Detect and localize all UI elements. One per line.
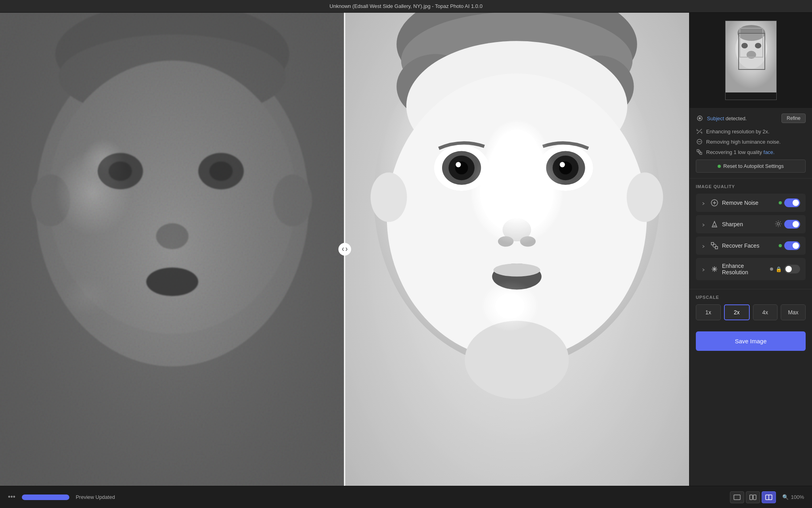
after-photo — [345, 13, 689, 486]
svg-rect-13 — [0, 13, 345, 486]
upscale-buttons: 1x 2x 4x Max — [696, 304, 806, 320]
svg-point-26 — [455, 162, 468, 175]
bottom-bar: ••• Preview Updated 🔍 100% — [0, 486, 812, 508]
sharpen-status — [775, 220, 800, 229]
zoom-label: 100% — [791, 494, 804, 500]
expand-enhance-res[interactable] — [701, 266, 707, 272]
enhance-res-toggle[interactable] — [784, 265, 800, 273]
save-section: Save Image — [689, 326, 812, 356]
recover-faces-label: Recover Faces — [722, 242, 776, 249]
svg-point-59 — [713, 244, 716, 247]
status-row-faces: Recovering 1 low quality face. — [696, 148, 806, 156]
expand-recover-faces[interactable] — [701, 243, 707, 248]
noise-tool-icon — [710, 199, 718, 207]
recover-faces-status — [779, 241, 800, 250]
svg-point-50 — [699, 117, 701, 119]
expand-remove-noise[interactable] — [701, 200, 707, 206]
sharpen-tool-icon — [710, 220, 718, 228]
remove-noise-status — [779, 198, 800, 207]
progress-bar-container — [22, 495, 69, 500]
svg-point-28 — [538, 145, 593, 191]
progress-bar — [22, 495, 69, 500]
canvas-area — [0, 13, 689, 486]
recover-faces-icon — [710, 241, 719, 250]
tool-row-remove-noise: Remove Noise — [696, 194, 806, 212]
arrows-icon — [696, 128, 703, 135]
enhance-icon — [696, 128, 703, 135]
svg-point-2 — [55, 13, 289, 106]
divider-handle[interactable] — [338, 243, 351, 256]
svg-rect-15 — [345, 13, 689, 486]
svg-point-18 — [401, 13, 633, 109]
svg-point-27 — [456, 162, 461, 167]
svg-point-8 — [209, 162, 233, 181]
remove-noise-toggle[interactable] — [784, 198, 800, 207]
svg-point-16 — [374, 28, 660, 367]
svg-point-35 — [520, 236, 536, 246]
titlebar-title: Unknown (Edsall West Side Gallery, NY).j… — [329, 3, 483, 9]
enhance-res-status: 🔒 — [770, 265, 800, 273]
sidebar: Subject detected. Refine Enhancing resol… — [689, 13, 812, 486]
svg-point-20 — [562, 55, 634, 117]
noise-icon — [696, 138, 703, 145]
sharpen-toggle[interactable] — [784, 220, 800, 229]
svg-point-3 — [59, 35, 286, 119]
upscale-section: UPSCALE 1x 2x 4x Max — [689, 289, 812, 326]
split-view — [0, 13, 689, 486]
enhance-text: Enhancing resolution by 2x. — [706, 129, 770, 135]
svg-point-11 — [31, 174, 70, 226]
svg-point-43 — [735, 29, 767, 69]
tool-row-sharpen: Sharpen — [696, 215, 806, 233]
status-row-noise: Removing high luminance noise. — [696, 138, 806, 145]
sharpen-settings-icon[interactable] — [775, 220, 782, 229]
circle-slash-icon — [696, 139, 703, 145]
svg-point-1 — [36, 41, 309, 366]
status-row-enhance: Enhancing resolution by 2x. — [696, 128, 806, 135]
detection-label: Subject detected. — [707, 115, 747, 121]
split-view-button[interactable] — [762, 491, 776, 503]
svg-point-24 — [442, 151, 481, 185]
face-link[interactable]: face. — [764, 149, 775, 155]
recover-faces-toggle[interactable] — [784, 241, 800, 250]
chevron-right-faces-icon — [701, 244, 705, 248]
save-image-button[interactable]: Save Image — [696, 331, 806, 351]
before-photo — [0, 13, 345, 486]
sharpen-label: Sharpen — [722, 221, 772, 227]
refine-button[interactable]: Refine — [781, 114, 806, 123]
svg-point-7 — [109, 162, 132, 181]
thumbnail-svg — [726, 21, 777, 100]
compare-view-button[interactable] — [746, 491, 760, 503]
split-divider[interactable] — [344, 13, 345, 486]
enhance-res-icon — [710, 265, 719, 273]
expand-sharpen[interactable] — [701, 221, 707, 227]
detection-panel: Subject detected. Refine Enhancing resol… — [689, 108, 812, 179]
tool-row-recover-faces: Recover Faces — [696, 237, 806, 255]
svg-point-19 — [396, 54, 475, 119]
image-quality-section: IMAGE QUALITY Remove Noise — [689, 179, 812, 289]
upscale-max-button[interactable]: Max — [781, 304, 806, 320]
svg-point-12 — [273, 174, 312, 226]
upscale-4x-button[interactable]: 4x — [753, 304, 778, 320]
svg-point-38 — [371, 173, 407, 222]
recover-faces-dot — [779, 244, 782, 247]
svg-point-33 — [502, 218, 531, 241]
view-button-group — [730, 491, 776, 503]
titlebar: Unknown (Edsall West Side Gallery, NY).j… — [0, 0, 812, 13]
image-quality-title: IMAGE QUALITY — [696, 184, 806, 189]
reset-autopilot-button[interactable]: Reset to Autopilot Settings — [696, 160, 806, 173]
single-view-button[interactable] — [730, 491, 744, 503]
svg-point-17 — [396, 13, 637, 103]
svg-rect-61 — [750, 495, 753, 500]
svg-point-22 — [387, 73, 647, 360]
svg-point-9 — [156, 223, 189, 249]
svg-point-32 — [560, 162, 565, 167]
svg-point-44 — [737, 25, 765, 41]
more-options-button[interactable]: ••• — [8, 493, 15, 501]
settings-gear-icon — [775, 220, 782, 227]
thumbnail-image — [725, 21, 777, 100]
face-icon — [696, 148, 703, 156]
remove-noise-icon — [710, 198, 719, 207]
upscale-2x-button[interactable]: 2x — [724, 304, 750, 320]
upscale-1x-button[interactable]: 1x — [696, 304, 721, 320]
sharpen-icon — [710, 220, 719, 229]
